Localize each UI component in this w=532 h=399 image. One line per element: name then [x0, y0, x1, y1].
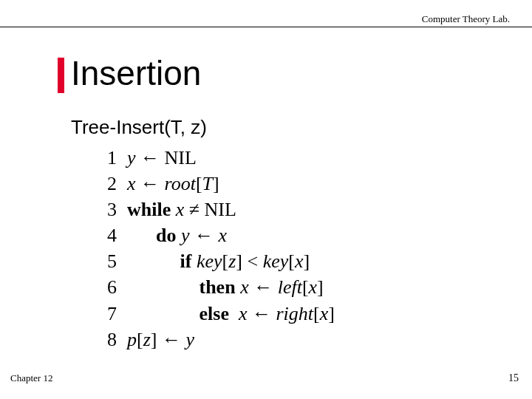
- line-number: 7: [96, 301, 117, 327]
- line-number: 4: [96, 222, 117, 248]
- line-body: y ← NIL: [127, 147, 197, 168]
- pseudocode-block: 1y ← NIL2x ← root[T]3while x ≠ NIL4 do y…: [96, 145, 335, 352]
- footer-slide-number: 15: [508, 372, 519, 384]
- title-accent: [58, 58, 64, 93]
- header-lab: Computer Theory Lab.: [422, 13, 510, 25]
- pseudocode-line: 6 then x ← left[x]: [96, 274, 335, 300]
- header-underline: [0, 27, 532, 27]
- line-body: if key[z] < key[x]: [127, 250, 310, 272]
- line-number: 8: [96, 327, 117, 352]
- line-number: 1: [96, 145, 117, 171]
- line-body: p[z] ← y: [127, 329, 194, 350]
- footer-chapter: Chapter 12: [10, 372, 52, 384]
- line-number: 3: [96, 197, 117, 222]
- slide-title: Insertion: [71, 53, 201, 93]
- pseudocode-line: 8p[z] ← y: [96, 327, 335, 352]
- line-body: then x ← left[x]: [127, 276, 324, 298]
- line-body: x ← root[T]: [127, 173, 219, 194]
- line-body: while x ≠ NIL: [127, 199, 236, 220]
- line-number: 6: [96, 274, 117, 300]
- pseudocode-line: 1y ← NIL: [96, 145, 335, 171]
- pseudocode-line: 2x ← root[T]: [96, 171, 335, 197]
- line-body: else x ← right[x]: [127, 303, 335, 324]
- line-body: do y ← x: [127, 225, 227, 246]
- pseudocode-line: 3while x ≠ NIL: [96, 197, 335, 222]
- pseudocode-line: 5 if key[z] < key[x]: [96, 248, 335, 274]
- line-number: 2: [96, 171, 117, 197]
- line-number: 5: [96, 248, 117, 274]
- pseudocode-line: 4 do y ← x: [96, 222, 335, 248]
- pseudocode-line: 7 else x ← right[x]: [96, 301, 335, 327]
- procedure-name: Tree-Insert(T, z): [71, 116, 207, 139]
